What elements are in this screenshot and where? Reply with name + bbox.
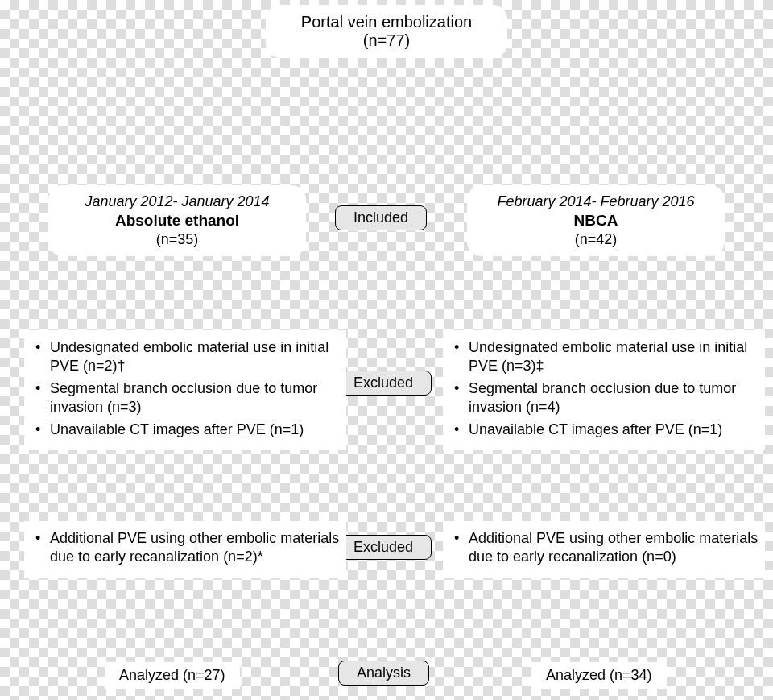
title-n: (n=77): [279, 31, 494, 50]
list-item: Undesignated embolic material use in ini…: [469, 338, 759, 376]
group-ethanol-n: (n=35): [61, 231, 293, 248]
exclusion2-left: Additional PVE using other embolic mater…: [24, 521, 346, 578]
list-item: Segmental branch occlusion due to tumor …: [50, 379, 340, 417]
title-box: Portal vein embolization (n=77): [266, 5, 507, 58]
group-nbca-material: NBCA: [480, 212, 712, 230]
list-item: Additional PVE using other embolic mater…: [469, 529, 759, 567]
group-ethanol: January 2012- January 2014 Absolute etha…: [48, 185, 306, 256]
list-item: Segmental branch occlusion due to tumor …: [469, 379, 759, 417]
tag-excluded-1: Excluded: [335, 371, 432, 396]
title-line1: Portal vein embolization: [279, 13, 494, 31]
exclusion1-left: Undesignated embolic material use in ini…: [24, 330, 346, 450]
group-nbca: February 2014- February 2016 NBCA (n=42): [467, 185, 725, 256]
analyzed-right: Analyzed (n=34): [531, 662, 667, 689]
tag-included: Included: [335, 205, 427, 230]
analyzed-left: Analyzed (n=27): [105, 662, 240, 689]
list-item: Unavailable CT images after PVE (n=1): [469, 420, 759, 439]
group-ethanol-material: Absolute ethanol: [61, 212, 293, 230]
list-item: Additional PVE using other embolic mater…: [50, 529, 340, 567]
group-nbca-n: (n=42): [480, 231, 712, 248]
group-nbca-date: February 2014- February 2016: [480, 193, 712, 210]
exclusion2-right: Additional PVE using other embolic mater…: [443, 521, 765, 578]
exclusion1-right: Undesignated embolic material use in ini…: [443, 330, 765, 450]
tag-excluded-2: Excluded: [335, 535, 432, 560]
list-item: Unavailable CT images after PVE (n=1): [50, 420, 340, 439]
tag-analysis: Analysis: [338, 661, 429, 686]
group-ethanol-date: January 2012- January 2014: [61, 193, 293, 210]
list-item: Undesignated embolic material use in ini…: [50, 338, 340, 376]
